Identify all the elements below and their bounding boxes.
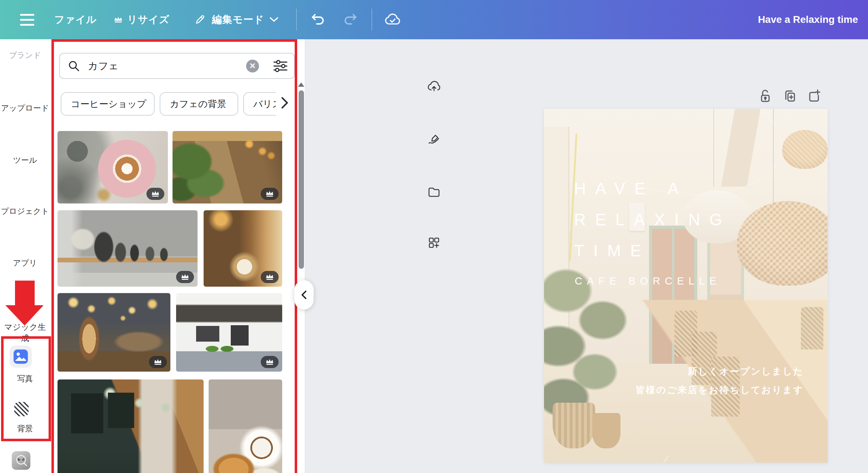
poster-japanese-text[interactable]: 新しくオープンしました 皆様のご来店をお待ちしております: [635, 362, 804, 399]
canva-editor: ファイル リサイズ 編集モード Have a: [0, 0, 868, 473]
photo-thumbnail-dark-cafe-bar[interactable]: [58, 379, 204, 473]
poster-title[interactable]: HAVE A RELAXING TIME: [574, 173, 732, 266]
redo-button[interactable]: [343, 0, 358, 39]
undo-button[interactable]: [310, 0, 325, 39]
photo-thumbnail-latte-wood-table[interactable]: [204, 210, 282, 287]
photo-thumbnail-coffee-machine-counter[interactable]: [58, 210, 198, 287]
premium-crown-badge: [261, 188, 279, 200]
clear-search-button[interactable]: ✕: [246, 60, 259, 72]
file-menu-button[interactable]: ファイル: [54, 0, 97, 39]
sidebar-item-apps[interactable]: アプリ: [0, 258, 50, 268]
scrollbar-up-arrow[interactable]: [298, 82, 304, 87]
resize-button[interactable]: リサイズ: [114, 0, 170, 39]
photo-thumbnail-iced-coffee-bokeh[interactable]: [58, 293, 170, 372]
chip-cafe-background[interactable]: カフェの背景: [160, 92, 238, 116]
duplicate-page-icon[interactable]: [782, 89, 797, 104]
sidebar-item-photos-label: 写真: [0, 373, 50, 384]
premium-crown-badge: [261, 271, 279, 283]
photo-thumbnail-latte-art[interactable]: [58, 131, 168, 203]
poster-subtitle[interactable]: CAFE BORCELLE: [575, 275, 721, 287]
scrollbar-thumb[interactable]: [299, 90, 304, 269]
photo-thumbnail-croissant-coffee[interactable]: [209, 379, 282, 473]
unlock-icon[interactable]: [758, 89, 773, 104]
cloud-saved-icon[interactable]: [384, 0, 401, 39]
tools-pen-icon[interactable]: [427, 132, 441, 146]
chevron-down-icon: [270, 17, 278, 22]
search-query-text: カフェ: [88, 59, 119, 73]
premium-crown-badge: [146, 188, 164, 200]
crown-icon: [114, 15, 123, 24]
app-shortcut-butterfly-icon[interactable]: [12, 451, 30, 470]
photo-thumbnail-cafe-plant-interior[interactable]: [173, 131, 282, 203]
chip-coffee-shop[interactable]: コーヒーショップ: [61, 92, 155, 116]
design-page[interactable]: HAVE A RELAXING TIME CAFE BORCELLE 新しくオー…: [544, 109, 828, 463]
apps-grid-icon[interactable]: [427, 236, 441, 250]
resize-label: リサイズ: [127, 13, 170, 26]
background-stripes-icon[interactable]: [14, 402, 29, 416]
sidebar-item-upload[interactable]: アップロード: [0, 103, 50, 114]
search-input[interactable]: カフェ ✕: [59, 53, 295, 79]
top-bar: ファイル リサイズ 編集モード Have a: [0, 0, 868, 39]
sidebar-item-photos[interactable]: [10, 346, 32, 368]
collapse-panel-button[interactable]: [294, 280, 314, 310]
add-page-icon[interactable]: [807, 89, 822, 104]
projects-folder-icon[interactable]: [427, 185, 441, 199]
sidebar-item-brand[interactable]: ブランド: [0, 50, 50, 61]
upload-cloud-icon[interactable]: [427, 79, 441, 94]
pencil-icon: [194, 14, 206, 26]
premium-crown-badge: [149, 356, 167, 368]
photo-thumbnail-cafe-storefront[interactable]: [176, 293, 282, 372]
search-filters-icon[interactable]: [273, 59, 288, 73]
sidebar-item-projects[interactable]: プロジェクト: [0, 206, 50, 217]
chips-scroll-right-icon[interactable]: [280, 96, 289, 109]
edit-mode-label: 編集モード: [212, 13, 264, 26]
document-title[interactable]: Have a Relaxing time: [758, 0, 858, 39]
sidebar-item-magic-generate[interactable]: マジック生成: [0, 322, 50, 344]
file-menu-label: ファイル: [54, 13, 97, 26]
search-icon: [68, 60, 80, 72]
photos-icon: [14, 349, 28, 364]
hamburger-menu-button[interactable]: [19, 0, 36, 39]
edit-mode-dropdown[interactable]: 編集モード: [194, 0, 278, 39]
toolbar-divider: [296, 9, 297, 31]
toolbar-divider: [371, 9, 372, 31]
sidebar-item-background-label[interactable]: 背景: [0, 423, 50, 434]
premium-crown-badge: [261, 356, 279, 368]
premium-crown-badge: [176, 271, 194, 283]
sidebar-item-tools[interactable]: ツール: [0, 155, 50, 166]
